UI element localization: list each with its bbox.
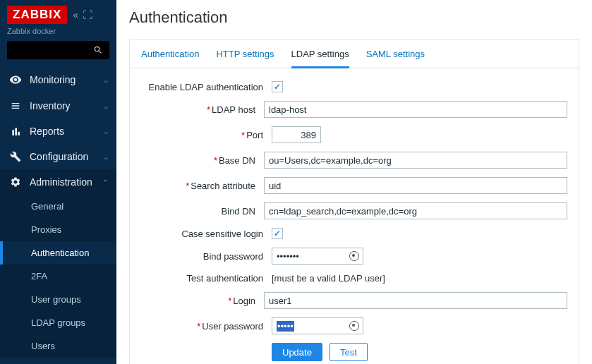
gear-icon	[8, 176, 23, 188]
base-dn-label: Base DN	[219, 155, 255, 166]
search-attr-label: Search attribute	[191, 181, 255, 191]
base-dn-input[interactable]	[264, 152, 567, 169]
tab-authentication[interactable]: Authentication	[141, 49, 199, 68]
nav-label: Inventory	[30, 100, 71, 111]
chevron-down-icon: ⌵	[104, 128, 108, 135]
chevron-down-icon: ⌵	[104, 153, 108, 161]
chevron-down-icon: ⌵	[104, 76, 108, 84]
test-auth-hint: [must be a valid LDAP user]	[272, 273, 385, 284]
update-button[interactable]: Update	[272, 343, 322, 361]
subnav-authentication[interactable]: Authentication	[0, 241, 116, 265]
subnav-2fa[interactable]: 2FA	[0, 265, 116, 288]
password-reveal-icon[interactable]	[349, 321, 359, 331]
nav-monitoring[interactable]: Monitoring ⌵	[0, 66, 116, 93]
settings-panel: Authentication HTTP settings LDAP settin…	[129, 40, 579, 364]
user-pwd-label: User password	[202, 321, 263, 332]
tabs: Authentication HTTP settings LDAP settin…	[130, 40, 579, 68]
list-icon	[8, 100, 23, 111]
ldap-host-input[interactable]	[264, 101, 567, 118]
nav-reports[interactable]: Reports ⌵	[0, 119, 116, 144]
port-input[interactable]	[272, 126, 321, 143]
bind-dn-input[interactable]	[264, 202, 567, 219]
search-icon	[93, 45, 103, 55]
case-sensitive-checkbox[interactable]	[272, 228, 283, 239]
tab-saml-settings[interactable]: SAML settings	[366, 49, 425, 68]
sidebar: ZABBIX « ⛶ Zabbix docker Monitoring ⌵ In…	[0, 0, 116, 364]
nav-inventory[interactable]: Inventory ⌵	[0, 93, 116, 119]
nav-label: Monitoring	[30, 74, 75, 85]
case-sensitive-label: Case sensitive login	[141, 229, 272, 239]
subnav-user-groups[interactable]: User groups	[0, 288, 116, 311]
port-label: Port	[246, 130, 263, 140]
ldap-form: Enable LDAP authentication *LDAP host *P…	[130, 68, 579, 364]
site-name: Zabbix docker	[0, 27, 116, 41]
admin-subnav: General Proxies Authentication 2FA User …	[0, 195, 116, 358]
subnav-users[interactable]: Users	[0, 334, 116, 358]
bind-dn-label: Bind DN	[141, 206, 264, 217]
brand-logo: ZABBIX	[7, 6, 67, 24]
subnav-proxies[interactable]: Proxies	[0, 218, 116, 241]
ldap-host-label: LDAP host	[212, 104, 255, 115]
bar-chart-icon	[8, 126, 23, 137]
enable-ldap-checkbox[interactable]	[272, 81, 283, 92]
eye-icon	[8, 73, 23, 86]
test-button[interactable]: Test	[330, 343, 368, 361]
wrench-icon	[8, 151, 23, 162]
tab-http-settings[interactable]: HTTP settings	[216, 49, 274, 68]
login-label: Login	[233, 296, 255, 306]
test-auth-label: Test authentication	[141, 273, 272, 284]
password-reveal-icon[interactable]	[349, 251, 359, 261]
chevron-up-icon: ⌃	[102, 178, 108, 186]
subnav-ldap-groups[interactable]: LDAP groups	[0, 311, 116, 334]
nav-label: Reports	[30, 126, 64, 137]
collapse-icon[interactable]: «	[73, 9, 78, 20]
login-input[interactable]	[264, 292, 567, 309]
nav-administration[interactable]: Administration ⌃	[0, 169, 116, 195]
nav-label: Administration	[30, 176, 92, 188]
search-attr-input[interactable]	[264, 177, 567, 194]
logo-row: ZABBIX « ⛶	[0, 0, 116, 27]
bind-pwd-label: Bind password	[141, 251, 272, 262]
search-input[interactable]	[7, 41, 109, 59]
nav-configuration[interactable]: Configuration ⌵	[0, 144, 116, 169]
chevron-down-icon: ⌵	[104, 102, 108, 110]
subnav-general[interactable]: General	[0, 195, 116, 218]
enable-ldap-label: Enable LDAP authentication	[141, 82, 272, 92]
main-content: Authentication Authentication HTTP setti…	[116, 0, 592, 364]
nav-label: Configuration	[30, 151, 88, 162]
page-title: Authentication	[129, 8, 579, 27]
expand-icon[interactable]: ⛶	[83, 9, 92, 20]
tab-ldap-settings[interactable]: LDAP settings	[291, 49, 349, 68]
